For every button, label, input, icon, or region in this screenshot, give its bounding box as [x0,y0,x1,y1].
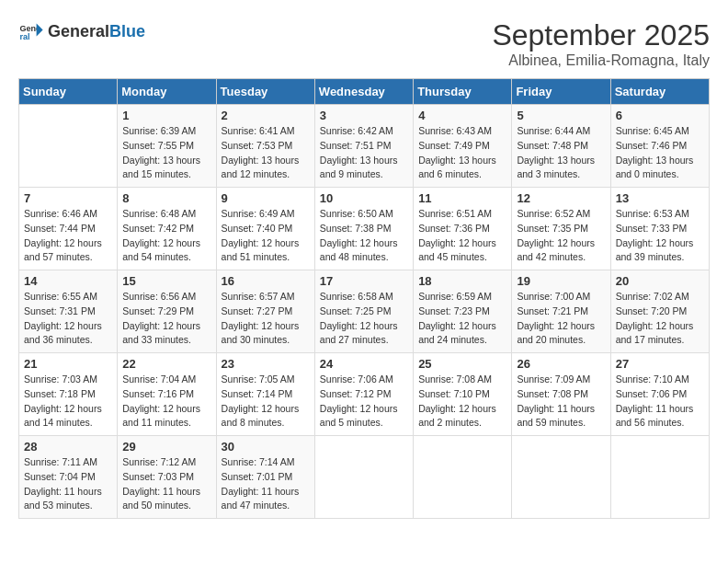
calendar-cell: 6Sunrise: 6:45 AM Sunset: 7:46 PM Daylig… [610,105,709,188]
day-number: 23 [222,357,310,371]
day-number: 14 [24,274,112,288]
weekday-header-monday: Monday [118,79,216,105]
calendar-cell: 26Sunrise: 7:09 AM Sunset: 7:08 PM Dayli… [512,353,610,436]
day-number: 2 [222,109,310,122]
day-number: 21 [24,357,112,371]
day-number: 24 [320,357,408,371]
day-info: Sunrise: 7:03 AM Sunset: 7:18 PM Dayligh… [24,373,112,431]
calendar-cell: 10Sunrise: 6:50 AM Sunset: 7:38 PM Dayli… [314,188,413,270]
calendar-cell: 15Sunrise: 6:56 AM Sunset: 7:29 PM Dayli… [118,270,216,353]
day-number: 8 [122,191,210,205]
day-info: Sunrise: 6:53 AM Sunset: 7:33 PM Dayligh… [616,207,704,265]
day-number: 26 [517,357,605,371]
calendar-cell [314,436,413,519]
calendar-cell: 1Sunrise: 6:39 AM Sunset: 7:55 PM Daylig… [118,105,216,188]
calendar-cell: 11Sunrise: 6:51 AM Sunset: 7:36 PM Dayli… [414,188,512,270]
calendar-cell: 23Sunrise: 7:05 AM Sunset: 7:14 PM Dayli… [216,353,314,436]
day-number: 25 [418,357,506,371]
day-info: Sunrise: 6:56 AM Sunset: 7:29 PM Dayligh… [122,290,210,348]
calendar-cell: 8Sunrise: 6:48 AM Sunset: 7:42 PM Daylig… [118,188,216,270]
calendar-cell: 3Sunrise: 6:42 AM Sunset: 7:51 PM Daylig… [314,105,413,188]
calendar-cell [512,436,610,519]
weekday-header-wednesday: Wednesday [314,79,413,105]
calendar-cell: 14Sunrise: 6:55 AM Sunset: 7:31 PM Dayli… [19,270,118,353]
day-info: Sunrise: 7:11 AM Sunset: 7:04 PM Dayligh… [24,455,112,513]
day-number: 15 [122,274,210,288]
day-info: Sunrise: 6:43 AM Sunset: 7:49 PM Dayligh… [418,124,506,182]
day-info: Sunrise: 6:41 AM Sunset: 7:53 PM Dayligh… [222,124,310,182]
day-info: Sunrise: 7:00 AM Sunset: 7:21 PM Dayligh… [517,290,605,348]
day-number: 9 [222,191,310,205]
day-number: 17 [320,274,408,288]
calendar-cell: 20Sunrise: 7:02 AM Sunset: 7:20 PM Dayli… [610,270,709,353]
calendar-cell: 5Sunrise: 6:44 AM Sunset: 7:48 PM Daylig… [512,105,610,188]
day-number: 22 [122,357,210,371]
day-info: Sunrise: 6:55 AM Sunset: 7:31 PM Dayligh… [24,290,112,348]
day-number: 5 [517,109,605,122]
calendar-cell: 9Sunrise: 6:49 AM Sunset: 7:40 PM Daylig… [216,188,314,270]
day-info: Sunrise: 7:05 AM Sunset: 7:14 PM Dayligh… [222,373,310,431]
calendar-cell: 4Sunrise: 6:43 AM Sunset: 7:49 PM Daylig… [414,105,512,188]
day-number: 19 [517,274,605,288]
weekday-header-friday: Friday [512,79,610,105]
calendar-cell: 19Sunrise: 7:00 AM Sunset: 7:21 PM Dayli… [512,270,610,353]
calendar-cell: 16Sunrise: 6:57 AM Sunset: 7:27 PM Dayli… [216,270,314,353]
day-info: Sunrise: 7:10 AM Sunset: 7:06 PM Dayligh… [616,373,704,431]
calendar-cell [19,105,118,188]
day-info: Sunrise: 7:08 AM Sunset: 7:10 PM Dayligh… [418,373,506,431]
day-info: Sunrise: 6:42 AM Sunset: 7:51 PM Dayligh… [320,124,408,182]
day-info: Sunrise: 6:51 AM Sunset: 7:36 PM Dayligh… [418,207,506,265]
calendar-cell: 18Sunrise: 6:59 AM Sunset: 7:23 PM Dayli… [414,270,512,353]
day-info: Sunrise: 6:45 AM Sunset: 7:46 PM Dayligh… [616,124,704,182]
day-info: Sunrise: 7:12 AM Sunset: 7:03 PM Dayligh… [122,455,210,513]
calendar-cell: 2Sunrise: 6:41 AM Sunset: 7:53 PM Daylig… [216,105,314,188]
day-number: 28 [24,440,112,454]
day-info: Sunrise: 7:04 AM Sunset: 7:16 PM Dayligh… [122,373,210,431]
day-number: 11 [418,191,506,205]
location-subtitle: Albinea, Emilia-Romagna, Italy [492,52,710,69]
day-info: Sunrise: 7:14 AM Sunset: 7:01 PM Dayligh… [222,455,310,513]
day-info: Sunrise: 6:58 AM Sunset: 7:25 PM Dayligh… [320,290,408,348]
logo: Gene ral GeneralBlue [18,18,145,44]
day-info: Sunrise: 7:06 AM Sunset: 7:12 PM Dayligh… [320,373,408,431]
calendar-cell [610,436,709,519]
day-info: Sunrise: 7:09 AM Sunset: 7:08 PM Dayligh… [517,373,605,431]
day-number: 13 [616,191,704,205]
day-number: 27 [616,357,704,371]
calendar-table: SundayMondayTuesdayWednesdayThursdayFrid… [18,78,710,519]
month-title: September 2025 [492,18,710,52]
day-number: 29 [122,440,210,454]
calendar-cell: 27Sunrise: 7:10 AM Sunset: 7:06 PM Dayli… [610,353,709,436]
calendar-cell: 29Sunrise: 7:12 AM Sunset: 7:03 PM Dayli… [118,436,216,519]
day-number: 10 [320,191,408,205]
weekday-header-thursday: Thursday [414,79,512,105]
day-info: Sunrise: 6:46 AM Sunset: 7:44 PM Dayligh… [24,207,112,265]
logo-text-blue: Blue [109,22,145,41]
calendar-cell: 12Sunrise: 6:52 AM Sunset: 7:35 PM Dayli… [512,188,610,270]
logo-icon: Gene ral [18,18,44,44]
day-number: 7 [24,191,112,205]
calendar-cell: 28Sunrise: 7:11 AM Sunset: 7:04 PM Dayli… [19,436,118,519]
day-info: Sunrise: 7:02 AM Sunset: 7:20 PM Dayligh… [616,290,704,348]
day-number: 3 [320,109,408,122]
calendar-cell: 13Sunrise: 6:53 AM Sunset: 7:33 PM Dayli… [610,188,709,270]
calendar-cell: 7Sunrise: 6:46 AM Sunset: 7:44 PM Daylig… [19,188,118,270]
day-number: 1 [122,109,210,122]
day-info: Sunrise: 6:48 AM Sunset: 7:42 PM Dayligh… [122,207,210,265]
logo-text-general: General [48,22,109,41]
day-number: 4 [418,109,506,122]
day-info: Sunrise: 6:52 AM Sunset: 7:35 PM Dayligh… [517,207,605,265]
weekday-header-saturday: Saturday [610,79,709,105]
title-section: September 2025 Albinea, Emilia-Romagna, … [492,18,710,69]
day-info: Sunrise: 6:49 AM Sunset: 7:40 PM Dayligh… [222,207,310,265]
day-info: Sunrise: 6:44 AM Sunset: 7:48 PM Dayligh… [517,124,605,182]
svg-text:ral: ral [19,32,29,41]
day-info: Sunrise: 6:39 AM Sunset: 7:55 PM Dayligh… [122,124,210,182]
day-number: 30 [222,440,310,454]
calendar-cell: 30Sunrise: 7:14 AM Sunset: 7:01 PM Dayli… [216,436,314,519]
day-number: 20 [616,274,704,288]
weekday-header-sunday: Sunday [19,79,118,105]
calendar-cell: 21Sunrise: 7:03 AM Sunset: 7:18 PM Dayli… [19,353,118,436]
day-number: 16 [222,274,310,288]
calendar-cell: 25Sunrise: 7:08 AM Sunset: 7:10 PM Dayli… [414,353,512,436]
